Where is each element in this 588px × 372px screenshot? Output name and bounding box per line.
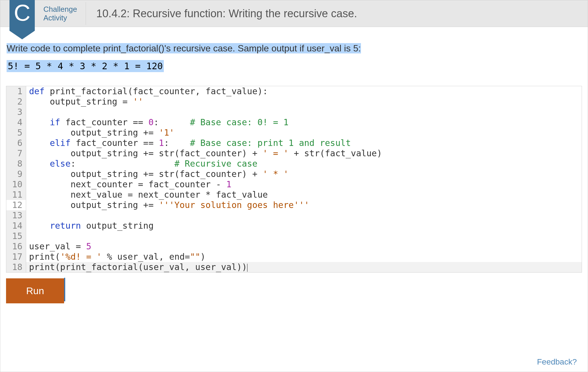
code-line[interactable]: 11 next_value = next_counter * fact_valu…	[6, 190, 582, 200]
badge-wrap: C	[0, 0, 38, 27]
code-cell[interactable]: output_string = ''	[26, 97, 582, 107]
code-line[interactable]: 4 if fact_counter == 0: # Base case: 0! …	[6, 117, 582, 128]
code-line[interactable]: 13	[6, 210, 582, 221]
code-line[interactable]: 14 return output_string	[6, 221, 582, 231]
code-cell[interactable]	[26, 231, 582, 241]
line-number: 18	[6, 262, 26, 272]
instruction-highlight: Write code to complete print_factorial()…	[7, 43, 361, 53]
code-cell[interactable]: print(print_factorial(user_val, user_val…	[26, 262, 582, 272]
code-line[interactable]: 9 output_string += str(fact_counter) + '…	[6, 169, 582, 179]
code-cell[interactable]: print('%d! = ' % user_val, end="")	[26, 252, 582, 262]
challenge-badge: C	[9, 0, 35, 31]
line-number: 5	[6, 128, 26, 138]
run-button[interactable]: Run	[6, 278, 64, 303]
line-number: 9	[6, 169, 26, 179]
line-number: 2	[6, 97, 26, 107]
run-button-label: Run	[26, 285, 44, 296]
code-cell[interactable]: return output_string	[26, 221, 582, 231]
line-number: 16	[6, 241, 26, 252]
sample-output: 5! = 5 * 4 * 3 * 2 * 1 = 120	[7, 61, 581, 72]
code-line[interactable]: 16user_val = 5	[6, 241, 582, 252]
line-number: 6	[6, 138, 26, 148]
code-line[interactable]: 12 output_string += '''Your solution goe…	[6, 200, 582, 210]
code-line[interactable]: 2 output_string = ''	[6, 97, 582, 107]
instruction-text: Write code to complete print_factorial()…	[7, 43, 581, 54]
code-cell[interactable]: output_string += str(fact_counter) + ' *…	[26, 169, 582, 179]
sample-output-text: 5! = 5 * 4 * 3 * 2 * 1 = 120	[7, 60, 164, 72]
code-cell[interactable]: output_string += str(fact_counter) + ' =…	[26, 148, 582, 159]
code-line[interactable]: 8 else: # Recursive case	[6, 159, 582, 169]
code-line[interactable]: 15	[6, 231, 582, 241]
line-number: 7	[6, 148, 26, 159]
challenge-line2: Activity	[43, 14, 77, 22]
text-cursor	[247, 264, 247, 272]
code-cell[interactable]: def print_factorial(fact_counter, fact_v…	[26, 86, 582, 97]
line-number: 12	[6, 200, 26, 210]
line-number: 14	[6, 221, 26, 231]
challenge-label: Challenge Activity	[38, 2, 86, 25]
code-cell[interactable]: else: # Recursive case	[26, 159, 582, 169]
line-number: 8	[6, 159, 26, 169]
code-cell[interactable]	[26, 107, 582, 117]
code-line[interactable]: 1def print_factorial(fact_counter, fact_…	[6, 86, 582, 97]
code-line[interactable]: 7 output_string += str(fact_counter) + '…	[6, 148, 582, 159]
code-line[interactable]: 6 elif fact_counter == 1: # Base case: p…	[6, 138, 582, 148]
header-bar: C Challenge Activity 10.4.2: Recursive f…	[0, 0, 588, 27]
code-cell[interactable]: user_val = 5	[26, 241, 582, 252]
code-cell[interactable]: next_counter = fact_counter - 1	[26, 179, 582, 190]
code-cell[interactable]	[26, 210, 582, 221]
code-line[interactable]: 5 output_string += '1'	[6, 128, 582, 138]
line-number: 3	[6, 107, 26, 117]
run-row: Run	[6, 278, 582, 303]
line-number: 10	[6, 179, 26, 190]
code-line[interactable]: 10 next_counter = fact_counter - 1	[6, 179, 582, 190]
page: C Challenge Activity 10.4.2: Recursive f…	[0, 0, 588, 372]
line-number: 1	[6, 86, 26, 97]
feedback-link[interactable]: Feedback?	[537, 357, 577, 367]
code-cell[interactable]: if fact_counter == 0: # Base case: 0! = …	[26, 117, 582, 128]
code-line[interactable]: 3	[6, 107, 582, 117]
text-cursor	[64, 278, 65, 301]
line-number: 4	[6, 117, 26, 128]
code-cell[interactable]: elif fact_counter == 1: # Base case: pri…	[26, 138, 582, 148]
code-cell[interactable]: output_string += '1'	[26, 128, 582, 138]
code-cell[interactable]: next_value = next_counter * fact_value	[26, 190, 582, 200]
line-number: 15	[6, 231, 26, 241]
badge-letter: C	[9, 0, 35, 27]
code-cell[interactable]: output_string += '''Your solution goes h…	[26, 200, 582, 210]
code-line[interactable]: 18print(print_factorial(user_val, user_v…	[6, 262, 582, 272]
challenge-line1: Challenge	[43, 5, 77, 14]
line-number: 17	[6, 252, 26, 262]
line-number: 13	[6, 210, 26, 221]
code-editor[interactable]: 1def print_factorial(fact_counter, fact_…	[6, 86, 582, 273]
line-number: 11	[6, 190, 26, 200]
activity-title: 10.4.2: Recursive function: Writing the …	[86, 7, 357, 20]
code-line[interactable]: 17print('%d! = ' % user_val, end="")	[6, 252, 582, 262]
